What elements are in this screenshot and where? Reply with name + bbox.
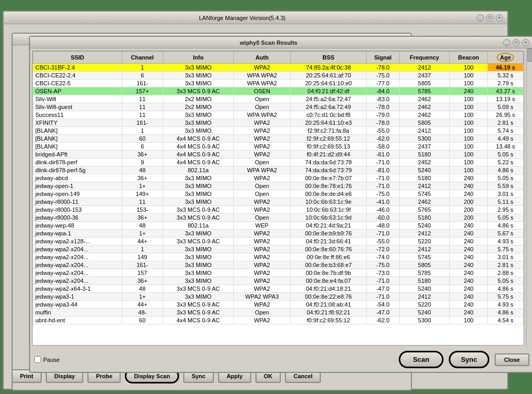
col-channel: Channel	[122, 52, 163, 64]
scrollbar[interactable]	[526, 48, 532, 348]
table-row[interactable]: jedway-open-11+3x3 MIMOOpen00:0e:8e:78:e…	[33, 182, 524, 190]
scan-close-btn[interactable]: ×	[522, 39, 529, 46]
scan-results-table: SSID Channel Info Auth BSS Signal Freque…	[33, 51, 524, 324]
table-row[interactable]: jedway-wpa2-x204...1573x3 MIMOWPA200:0e:…	[33, 269, 524, 277]
scan-close-button[interactable]: Close	[495, 353, 529, 366]
table-row[interactable]: jedway-wpa2-x204...161-3x3 MIMOWPA200:0e…	[33, 261, 524, 269]
table-row[interactable]: ubnt-hd-ent604x4 MCS 0-9 ACWPA2f0:9f:c2:…	[33, 317, 524, 324]
table-row[interactable]: CBCI-CE22-5161-3x3 MIMOWPA WPA220:25:64:…	[33, 80, 524, 87]
scan-results-dialog: wiphy0 Scan Results _ □ × SSID Channel I…	[29, 36, 532, 373]
table-row[interactable]: dlink-dir878-perf-5g48802.11aWPA WPA274:…	[33, 166, 524, 174]
table-row[interactable]: bridged-APft36+4x4 MCS 0-9 ACWPA2f0:4f:2…	[33, 151, 524, 159]
scan-sync-button[interactable]: Sync	[449, 351, 489, 368]
table-row[interactable]: dlink-dir878-perf94x4 MCS 0-9 ACOpen74:d…	[33, 159, 524, 166]
table-row[interactable]: Silv-Wifi-guest112x2 MIMOOpen24:f5:a2:6a…	[33, 103, 524, 111]
col-bss: BSS	[290, 52, 367, 64]
col-frequency: Frequency	[399, 52, 450, 64]
table-row[interactable]: CBCI-31BF-2.413x3 MIMOWPA274:85:2a:4f:0c…	[33, 64, 524, 72]
pause-control[interactable]: Pause	[34, 356, 60, 363]
main-title: LANforge Manager Version(5.4.3)	[8, 15, 477, 21]
table-row[interactable]: jedway-wpa3-4444+3x3 MCS 0-9 ACWPA204:f0…	[33, 301, 524, 309]
col-auth: Auth	[234, 52, 291, 64]
table-row[interactable]: jedway-wpa2-x204...13x3 MIMOWPA200:0e:8e…	[33, 245, 524, 253]
col-beacon: Beacon	[450, 52, 488, 64]
scan-bottom-bar: Pause Scan Sync Close	[30, 348, 532, 371]
table-row[interactable]: jedway-wpa3-11+3x3 MIMOWPA2 WPA300:0e:8e…	[33, 293, 524, 301]
col-age: Age	[488, 52, 524, 64]
table-row[interactable]: jedway-wep-4848802.11aWEP04:f0:21:4d:9a:…	[33, 222, 524, 230]
table-row[interactable]: jedway-r8000-3636+3x3 MCS 0-9 ACOpen10:0…	[33, 214, 524, 222]
main-titlebar: LANforge Manager Version(5.4.3) _ □ ×	[4, 12, 507, 24]
table-row[interactable]: OSEN-AP157+3x3 MCS 0-9 ACOSEN04:f0:21:df…	[33, 87, 524, 95]
table-row[interactable]: jedway-wpa2-x204...1493x3 MIMOWPA200:0e:…	[33, 253, 524, 261]
col-info: Info	[163, 52, 234, 64]
table-row[interactable]: jedway-wpa2-x128-...44+3x3 MCS 0-9 ACWPA…	[33, 238, 524, 245]
pause-label: Pause	[43, 357, 60, 363]
table-row[interactable]: jedway-wpa-11+3x3 MIMOWPA200:0e:8e:b9:b9…	[33, 230, 524, 238]
scan-minimize-btn[interactable]: _	[503, 39, 510, 46]
table-row[interactable]: Silv-Wifi112x2 MIMOOpen24:f5:a2:6a:72:47…	[33, 95, 524, 103]
col-signal: Signal	[367, 52, 399, 64]
close-btn[interactable]: ×	[496, 14, 503, 22]
table-row[interactable]: Success11113x3 MIMOWPA WPA2c0:7c:d1:0c:b…	[33, 111, 524, 119]
table-row[interactable]: [BLANK]604x4 MCS 0-9 ACWPA2f2:9f:c2:69:5…	[33, 135, 524, 143]
scan-results-table-container: SSID Channel Info Auth BSS Signal Freque…	[32, 51, 524, 346]
table-row[interactable]: jedway-wpa2-x64-3-1483x3 MCS 0-9 ACWPA20…	[33, 285, 524, 293]
scrollbar-thumb[interactable]	[527, 48, 532, 62]
table-row[interactable]: XFINITY161-3x3 MIMOWPA220:25:64:61:10:e3…	[33, 119, 524, 127]
scan-titlebar: wiphy0 Scan Results _ □ ×	[30, 37, 532, 48]
minimize-btn[interactable]: _	[477, 14, 484, 22]
table-row[interactable]: jedway-wpa2-x204...36+3x3 MIMOWPA200:0e:…	[33, 277, 524, 285]
pause-checkbox[interactable]	[34, 356, 41, 363]
scan-maximize-btn[interactable]: □	[513, 39, 520, 46]
table-row[interactable]: jedway-r8000-11113x3 MIMOWPA210:0c:6b:63…	[33, 198, 524, 206]
table-row[interactable]: jedway-abcd36+3x3 MIMOWPA200:0e:8e:e7:7b…	[33, 174, 524, 182]
table-row[interactable]: jedway-r8000-153153-3x3 MCS 0-9 ACWPA210…	[33, 206, 524, 214]
scan-title: wiphy0 Scan Results	[34, 40, 503, 46]
main-window-controls[interactable]: _ □ ×	[477, 14, 503, 22]
table-row[interactable]: muffin48-3x3 MCS 0-9 ACOpen04:f0:21:f8:9…	[33, 309, 524, 317]
maximize-btn[interactable]: □	[486, 14, 494, 22]
table-row[interactable]: [BLANK]13x3 MIMOWPA2f2:9f:c2:71:fa:8a-55…	[33, 127, 524, 135]
col-ssid: SSID	[33, 52, 122, 64]
scan-window-controls[interactable]: _ □ ×	[503, 39, 529, 46]
table-row[interactable]: jedway-open-149149+3x3 MIMOOpen00:0e:8e:…	[33, 190, 524, 198]
table-row[interactable]: CBCI-CE22-2.463x3 MIMOWPA WPA220:25:64:6…	[33, 72, 524, 80]
scan-button[interactable]: Scan	[399, 351, 444, 368]
table-row[interactable]: [BLANK]64x4 MCS 0-9 ACWPA2f0:9f:c2:69:55…	[33, 143, 524, 151]
